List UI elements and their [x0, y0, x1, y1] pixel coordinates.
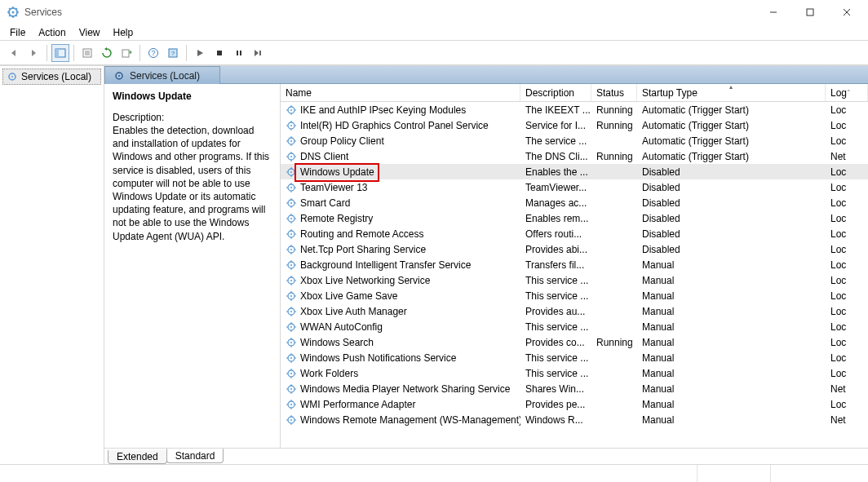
column-logon-as[interactable]: Log ˄ [826, 84, 868, 101]
gear-icon [286, 151, 297, 162]
services-app-icon [7, 6, 20, 19]
service-name: Routing and Remote Access [300, 228, 423, 240]
service-row[interactable]: Remote RegistryEnables rem...DisabledLoc [281, 210, 868, 226]
service-logon: Net [826, 151, 868, 162]
start-service-button[interactable] [191, 44, 209, 62]
service-name: Background Intelligent Transfer Service [300, 259, 471, 271]
service-row[interactable]: Background Intelligent Transfer ServiceT… [281, 257, 868, 272]
service-description: Transfers fil... [520, 259, 591, 271]
service-row[interactable]: Smart CardManages ac...DisabledLoc [281, 195, 868, 210]
minimize-button[interactable] [755, 0, 791, 24]
menu-help[interactable]: Help [107, 25, 140, 40]
service-startup-type: Disabled [637, 244, 826, 255]
console-tree[interactable]: Services (Local) [0, 66, 104, 464]
service-row[interactable]: TeamViewer 13TeamViewer...DisabledLoc [281, 179, 868, 195]
service-row[interactable]: Intel(R) HD Graphics Control Panel Servi… [281, 117, 868, 133]
service-startup-type: Manual [637, 290, 826, 302]
service-row[interactable]: Work FoldersThis service ...ManualLoc [281, 365, 868, 381]
service-row[interactable]: Net.Tcp Port Sharing ServiceProvides abi… [281, 241, 868, 257]
service-name: Remote Registry [300, 213, 373, 224]
selected-service-name: Windows Update [113, 91, 272, 102]
svg-point-30 [11, 76, 13, 77]
svg-rect-20 [122, 50, 129, 57]
column-description[interactable]: Description [520, 84, 591, 101]
gear-icon [286, 213, 297, 224]
tab-standard[interactable]: Standard [166, 449, 224, 463]
column-headers: Name Description Status Startup Type▴ Lo… [281, 84, 868, 102]
column-startup-type[interactable]: Startup Type▴ [637, 84, 826, 101]
gear-icon [113, 70, 125, 82]
svg-point-118 [290, 326, 292, 328]
svg-point-148 [290, 404, 292, 405]
menu-file[interactable]: File [3, 25, 32, 40]
help-topics-button[interactable]: ? [164, 44, 182, 62]
service-logon: Loc [826, 337, 868, 348]
svg-rect-27 [240, 51, 241, 55]
service-startup-type: Disabled [637, 166, 826, 178]
content-header: Services (Local) [104, 66, 868, 84]
maximize-button[interactable] [791, 0, 828, 24]
service-row[interactable]: Xbox Live Auth ManagerProvides au...Manu… [281, 303, 868, 319]
menu-view[interactable]: View [73, 25, 107, 40]
service-row[interactable]: Windows SearchProvides co...RunningManua… [281, 334, 868, 350]
refresh-button[interactable] [98, 44, 116, 62]
content-header-title: Services (Local) [130, 70, 200, 82]
service-logon: Loc [826, 120, 868, 131]
gear-icon [286, 399, 297, 410]
back-button[interactable] [5, 44, 23, 62]
service-row[interactable]: WWAN AutoConfigThis service ...ManualLoc [281, 319, 868, 334]
service-status: Running [591, 104, 637, 116]
restart-service-button[interactable] [250, 44, 268, 62]
export-button[interactable] [117, 44, 135, 62]
service-description: Offers routi... [520, 228, 591, 240]
service-name: Net.Tcp Port Sharing Service [300, 244, 426, 255]
service-row[interactable]: WMI Performance AdapterProvides pe...Man… [281, 396, 868, 412]
close-button[interactable] [828, 0, 865, 24]
properties-button[interactable] [78, 44, 96, 62]
service-logon: Loc [826, 290, 868, 302]
menu-action[interactable]: Action [32, 25, 72, 40]
gear-icon [286, 135, 297, 147]
help-button[interactable]: ? [144, 44, 162, 62]
service-status: Running [591, 337, 637, 348]
service-description: Provides au... [520, 306, 591, 317]
service-row[interactable]: Xbox Live Game SaveThis service ...Manua… [281, 288, 868, 303]
service-logon: Loc [826, 306, 868, 317]
service-logon: Loc [826, 166, 868, 178]
service-name: Xbox Live Networking Service [300, 275, 430, 286]
column-status[interactable]: Status [591, 84, 637, 101]
description-text: Enables the detection, download and inst… [113, 124, 272, 243]
column-name[interactable]: Name [281, 84, 520, 101]
service-list[interactable]: IKE and AuthIP IPsec Keying ModulesThe I… [281, 102, 868, 448]
stop-service-button[interactable] [210, 44, 228, 62]
service-startup-type: Manual [637, 275, 826, 286]
pause-service-button[interactable] [230, 44, 248, 62]
service-startup-type: Disabled [637, 213, 826, 224]
service-logon: Loc [826, 352, 868, 364]
gear-icon [286, 120, 297, 131]
service-row[interactable]: IKE and AuthIP IPsec Keying ModulesThe I… [281, 102, 868, 117]
service-row[interactable]: Routing and Remote AccessOffers routi...… [281, 226, 868, 241]
service-row[interactable]: Windows Push Notifications ServiceThis s… [281, 350, 868, 365]
service-row[interactable]: Group Policy ClientThe service ...Automa… [281, 133, 868, 148]
forward-button[interactable] [24, 44, 42, 62]
svg-line-7 [16, 15, 18, 17]
svg-point-112 [290, 311, 292, 312]
show-hide-tree-button[interactable] [51, 44, 69, 62]
service-row[interactable]: DNS ClientThe DNS Cli...RunningAutomatic… [281, 148, 868, 164]
svg-line-12 [844, 9, 850, 15]
service-logon: Loc [826, 135, 868, 147]
service-description: This service ... [520, 321, 591, 333]
tab-extended[interactable]: Extended [108, 450, 167, 464]
svg-point-136 [290, 373, 292, 374]
service-row[interactable]: Xbox Live Networking ServiceThis service… [281, 272, 868, 288]
service-row[interactable]: Windows Media Player Network Sharing Ser… [281, 381, 868, 396]
service-row[interactable]: Windows Remote Management (WS-Management… [281, 412, 868, 427]
svg-point-100 [290, 280, 292, 281]
service-startup-type: Manual [637, 383, 826, 395]
title-bar: Services [0, 0, 868, 24]
service-row[interactable]: Windows UpdateEnables the ...DisabledLoc [281, 164, 868, 179]
service-description: Shares Win... [520, 383, 591, 395]
tree-node-services-local[interactable]: Services (Local) [2, 69, 101, 85]
svg-point-64 [290, 187, 292, 188]
